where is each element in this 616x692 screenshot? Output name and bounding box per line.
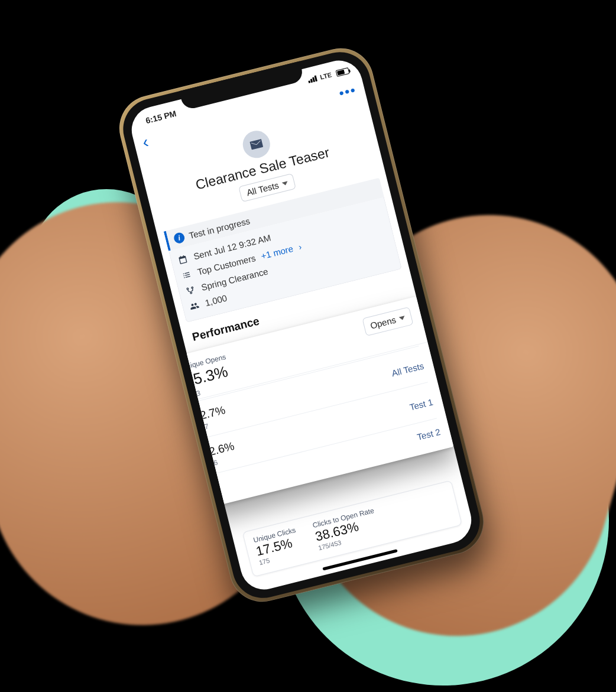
metric-select[interactable]: Opens: [362, 307, 413, 336]
chevron-right-icon: ›: [297, 242, 302, 252]
info-icon: i: [173, 232, 186, 245]
perf-label: All Tests: [391, 360, 425, 378]
more-button[interactable]: •••: [338, 82, 358, 101]
perf-label: Test 2: [416, 427, 442, 442]
unique-clicks: Unique Clicks 17.5% 175: [252, 526, 302, 566]
branch-icon: [184, 284, 197, 296]
network-label: LTE: [319, 71, 332, 80]
clock: 6:15 PM: [145, 109, 177, 125]
list-icon: [180, 269, 193, 281]
calendar-icon: [176, 254, 189, 265]
status-right: LTE: [307, 67, 350, 84]
chevron-down-icon: [281, 181, 288, 186]
meta-count-text: 1,000: [204, 293, 228, 308]
people-icon: [188, 300, 200, 311]
signal-icon: [307, 76, 317, 83]
perf-label: Test 1: [408, 397, 434, 412]
mail-icon: [240, 128, 273, 161]
back-button[interactable]: ‹: [141, 134, 150, 151]
chevron-down-icon: [399, 316, 406, 320]
ctor: Clicks to Open Rate 38.63% 175/453: [312, 506, 380, 551]
svg-point-0: [187, 288, 189, 290]
svg-point-1: [191, 287, 193, 288]
metric-select-label: Opens: [369, 314, 397, 330]
test-filter-label: All Tests: [245, 180, 280, 198]
svg-point-2: [190, 291, 192, 293]
battery-icon: [335, 67, 349, 76]
